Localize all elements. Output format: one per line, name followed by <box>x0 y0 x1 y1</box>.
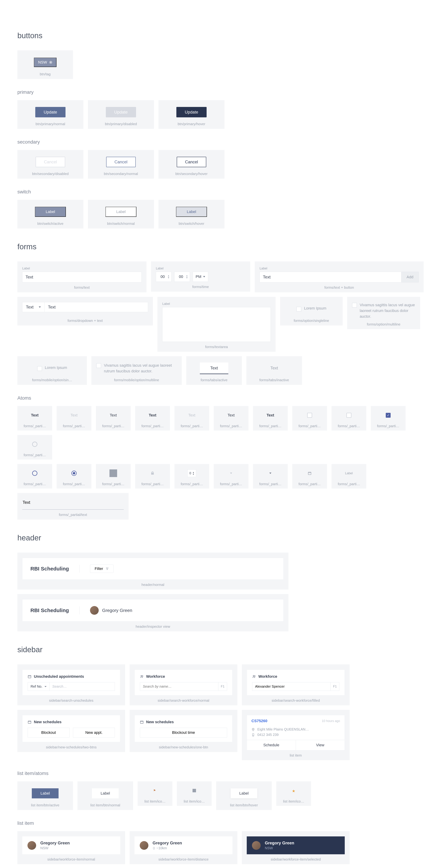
caption: forms/_parti… <box>63 424 85 428</box>
checkbox-icon[interactable] <box>96 363 101 368</box>
workforce-name: Gregory Green <box>265 841 294 845</box>
search-input[interactable] <box>50 682 115 691</box>
keyboard-shortcut: F1 <box>330 682 339 690</box>
tab-inactive[interactable]: Text <box>260 363 289 374</box>
workforce-name: Gregory Green <box>40 841 70 845</box>
tag-button[interactable]: NSW ✕ <box>34 58 56 67</box>
tile: Labellist item/btn/hover <box>216 781 272 810</box>
text-input[interactable] <box>260 272 401 282</box>
schedule-button[interactable]: Schedule <box>247 740 296 750</box>
tile-tab-inactive: Text forms/tabs/inactive <box>246 356 302 385</box>
blockout-time-button[interactable]: Blockout time <box>140 728 227 738</box>
caption: forms/option/multiline <box>367 322 400 327</box>
section-buttons-title: buttons <box>18 31 423 40</box>
add-button[interactable]: Add <box>401 272 419 282</box>
stepper-arrows-icon[interactable]: ▲▼ <box>193 471 194 475</box>
tile: ★list item/ico… <box>276 781 311 806</box>
switch-button-normal[interactable]: Label <box>106 207 137 217</box>
square-icon <box>193 789 196 792</box>
section-forms-title: forms <box>18 242 423 251</box>
caption: btn/primary/normal <box>36 122 65 126</box>
user-chip[interactable]: Gregory Green <box>90 606 132 615</box>
caption: list item/ico… <box>144 799 166 803</box>
checkbox-option[interactable]: Lorem Ipsum <box>296 306 326 312</box>
primary-button[interactable]: Update <box>35 107 65 117</box>
secondary-button-hover[interactable]: Cancel <box>177 157 206 167</box>
tile: list item/ico… <box>177 781 212 806</box>
dropdown[interactable]: Text <box>22 302 45 312</box>
caption: forms/_parti… <box>259 424 282 428</box>
hour-stepper[interactable]: ▲▼ <box>156 272 172 282</box>
minute-input[interactable] <box>176 274 186 279</box>
caption: list item/btn/active <box>31 803 59 807</box>
checkbox-icon[interactable] <box>37 366 42 371</box>
ref-select[interactable]: Ref No. <box>28 682 50 691</box>
checkbox-off-icon[interactable] <box>307 413 312 418</box>
tab-active[interactable]: Text <box>200 363 228 374</box>
text-input[interactable] <box>22 272 142 282</box>
primary-button-hover[interactable]: Update <box>176 107 206 117</box>
list-item-button[interactable]: Label <box>231 788 257 798</box>
workforce-name: Gregory Green <box>152 841 182 845</box>
caption: forms/tabs/active <box>201 378 228 382</box>
text-value[interactable]: Text <box>45 302 148 312</box>
tile-sb-workforce-normal: Workforce F1 sidebar/search-workforce/no… <box>129 664 237 705</box>
switch-button-active[interactable]: Label <box>35 207 66 217</box>
workforce-item-selected[interactable]: Gregory GreenNSW <box>247 836 345 854</box>
workforce-item[interactable]: Gregory Green~10km <box>135 836 233 854</box>
list-item-button[interactable]: Label <box>32 788 59 798</box>
underline-input[interactable] <box>22 496 124 510</box>
dropdown-value: Text <box>26 305 33 310</box>
workforce-item[interactable]: Gregory GreenNSW <box>22 836 120 854</box>
atom-tile: forms/_parti… <box>292 464 327 489</box>
stepper-arrows-icon[interactable]: ▲▼ <box>186 275 188 279</box>
section-header-title: header <box>18 533 423 542</box>
search-input[interactable] <box>140 682 218 690</box>
sidebar-heading: Unscheduled appointments <box>28 674 115 679</box>
list-item-card[interactable]: CS75260 10 hours ago Eight Mile Plains Q… <box>247 715 345 750</box>
radio-on-icon[interactable] <box>71 471 77 476</box>
radio-off-icon[interactable] <box>32 442 37 447</box>
tile-header-inspector: RBI Scheduling Gregory Green header/insp… <box>18 594 289 631</box>
checkbox-on-icon[interactable]: ✓ <box>386 413 391 418</box>
view-button[interactable]: View <box>296 740 345 750</box>
radio-icon[interactable] <box>32 471 37 476</box>
minute-stepper[interactable]: ▲▼ <box>174 272 190 282</box>
checkbox-icon[interactable] <box>352 303 357 308</box>
atom-tile: forms/_parti… <box>253 464 288 489</box>
close-icon[interactable]: ✕ <box>49 61 52 64</box>
chevron-down-icon <box>269 472 271 474</box>
stepper-value: 0 <box>189 471 191 475</box>
calendar-icon <box>308 471 312 475</box>
tile: ⚑list item/ico… <box>138 781 172 806</box>
checkbox-off-icon[interactable] <box>347 413 351 418</box>
checkbox-icon[interactable] <box>296 307 301 312</box>
filter-button[interactable]: Filter <box>90 564 114 573</box>
tile-text: Label forms/text <box>18 261 146 292</box>
stepper-arrows-icon[interactable]: ▲▼ <box>168 275 170 279</box>
secondary-button[interactable]: Cancel <box>106 157 136 167</box>
textarea[interactable] <box>162 307 271 342</box>
new-appt-button[interactable]: New appt. <box>73 728 115 738</box>
list-item-button[interactable]: Label <box>92 788 119 798</box>
atom-tile: Textforms/_parti… <box>214 406 248 431</box>
checkbox-option[interactable]: Vivamus sagittis lacus vel augue laoreet… <box>352 302 415 319</box>
search-input[interactable] <box>252 682 330 690</box>
relative-time: 10 hours ago <box>322 719 340 723</box>
tile-tab-active: Text forms/tabs/active <box>186 356 242 385</box>
checkbox-option[interactable]: Vivamus sagittis lacus vel augue laoreet… <box>96 363 177 374</box>
checkbox-option[interactable]: Lorem Ipsum <box>37 365 67 371</box>
header-title: RBI Scheduling <box>30 608 69 613</box>
number-stepper[interactable]: 0▲▼ <box>187 469 196 477</box>
blockout-button[interactable]: Blockout <box>28 728 69 738</box>
caption: sidebar/new-schedules/two-btns <box>46 745 97 749</box>
caption: forms/_parti… <box>24 482 46 486</box>
atom-tile: forms/_parti… <box>57 464 91 489</box>
hour-input[interactable] <box>158 274 168 279</box>
tile-mobile-option-single: Lorem Ipsum forms/mobile/option/sin… <box>18 356 87 385</box>
ampm-select[interactable]: PM <box>193 272 208 282</box>
switch-button-hover[interactable]: Label <box>176 207 207 217</box>
atom-text: Text <box>267 413 274 417</box>
ampm-value: PM <box>196 275 201 279</box>
option-label: Lorem Ipsum <box>45 365 67 370</box>
